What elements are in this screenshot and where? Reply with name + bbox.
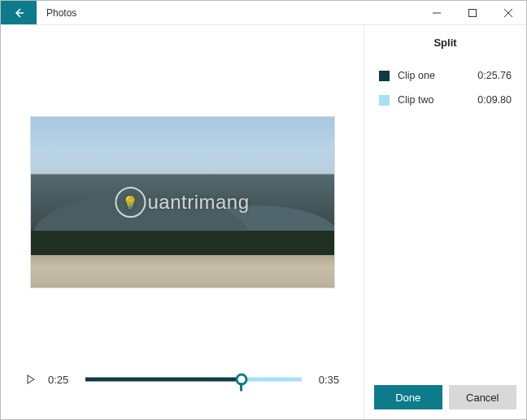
close-button[interactable]: [490, 1, 526, 24]
panel-title: Split: [364, 25, 526, 63]
player-controls: 0:25 0:35: [1, 372, 364, 387]
button-row: Done Cancel: [364, 375, 526, 419]
arrow-left-icon: [12, 6, 25, 19]
done-button[interactable]: Done: [374, 385, 442, 409]
title-spacer: [86, 1, 419, 24]
window-title: Photos: [37, 1, 86, 24]
minimize-button[interactable]: [419, 1, 455, 24]
split-handle[interactable]: [235, 374, 247, 386]
watermark-text: uantrimang: [147, 191, 249, 214]
close-icon: [504, 9, 512, 17]
cancel-button[interactable]: Cancel: [449, 385, 517, 409]
play-button[interactable]: [25, 374, 37, 385]
svg-rect-0: [469, 9, 477, 16]
timeline-track[interactable]: [85, 372, 302, 387]
clip-one-duration: 0:25.76: [477, 70, 512, 81]
clip-row[interactable]: Clip one 0:25.76: [364, 63, 526, 88]
total-time: 0:35: [313, 374, 339, 386]
back-button[interactable]: [1, 1, 37, 24]
content-area: 💡 uantrimang 0:25 0:35 Split Clip one 0:…: [1, 25, 526, 419]
titlebar: Photos: [1, 1, 526, 25]
play-icon: [27, 375, 35, 384]
clip-one-name: Clip one: [398, 70, 469, 81]
bulb-icon: 💡: [115, 187, 146, 218]
maximize-icon: [468, 9, 477, 17]
clip-one-swatch: [379, 71, 390, 81]
split-panel: Split Clip one 0:25.76 Clip two 0:09.80 …: [364, 25, 526, 419]
clip-two-duration: 0:09.80: [477, 94, 512, 106]
clip-row[interactable]: Clip two 0:09.80: [364, 88, 526, 112]
maximize-button[interactable]: [455, 1, 490, 24]
clip-two-swatch: [379, 95, 390, 106]
track-segment-clip-one: [85, 378, 242, 382]
video-preview[interactable]: 💡 uantrimang: [30, 116, 335, 288]
current-time: 0:25: [48, 374, 74, 386]
clip-two-name: Clip two: [398, 94, 469, 106]
minimize-icon: [433, 9, 441, 17]
track-segment-clip-two: [242, 378, 302, 382]
watermark: 💡 uantrimang: [115, 187, 249, 218]
preview-pane: 💡 uantrimang 0:25 0:35: [1, 25, 364, 419]
